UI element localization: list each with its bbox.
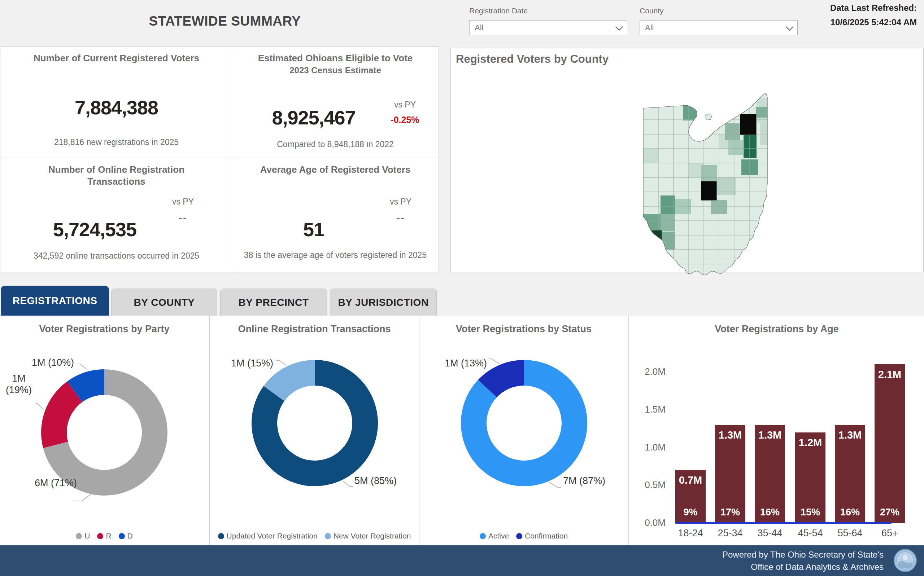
kpi-registered-voters: Number of Current Registered Voters 7,88… xyxy=(1,46,232,158)
legend-label: Updated Voter Registration xyxy=(227,532,318,540)
x-axis-category: 35-44 xyxy=(748,528,791,539)
donut-data-label: 1M (19%) xyxy=(3,373,34,396)
tab-by-county[interactable]: BY COUNTY xyxy=(111,288,217,315)
legend-dot-icon xyxy=(119,533,125,539)
donut-data-label: 7M (87%) xyxy=(563,475,624,486)
dashboard-root: STATEWIDE SUMMARY Registration Date All … xyxy=(0,0,924,576)
filter-label: County xyxy=(640,6,798,15)
ohio-state-seal-icon xyxy=(893,548,918,573)
age-bar-25-34[interactable]: 1.3M17% xyxy=(715,425,745,523)
footer-credit: Powered by The Ohio Secretary of State's… xyxy=(722,549,884,573)
panel-divider xyxy=(209,315,210,546)
tab-by-precinct[interactable]: BY PRECINCT xyxy=(220,288,327,315)
bar-value-label: 1.2M xyxy=(795,437,826,449)
y-axis-tick: 1.0M xyxy=(632,442,666,453)
bar-percent-label: 17% xyxy=(715,507,745,518)
age-bar-35-44[interactable]: 1.3M16% xyxy=(755,425,785,523)
kpi-subtext: Compared to 8,948,188 in 2022 xyxy=(232,139,438,149)
legend-dot-icon xyxy=(325,533,331,539)
kpi-title: Estimated Ohioans Eligible to Vote xyxy=(232,52,438,64)
kpi-eligible-voters: Estimated Ohioans Eligible to Vote 2023 … xyxy=(232,46,438,158)
chart-online-transactions: Online Registration Transactions 5M (85%… xyxy=(211,315,418,546)
bar-value-label: 0.7M xyxy=(675,474,706,486)
bar-value-label: 1.3M xyxy=(835,429,865,441)
age-bar-45-54[interactable]: 1.2M15% xyxy=(795,432,826,523)
legend-item[interactable]: Confirmation xyxy=(516,532,568,540)
tab-registrations[interactable]: REGISTRATIONS xyxy=(1,286,109,315)
footer-line1: Powered by The Ohio Secretary of State's xyxy=(722,549,884,561)
age-bar-65+[interactable]: 2.1M27% xyxy=(874,364,905,523)
bar-percent-label: 9% xyxy=(675,507,706,518)
donut-data-label: 6M (71%) xyxy=(35,477,96,489)
legend-label: D xyxy=(127,532,133,540)
kpi-vs-py: vs PY -- xyxy=(163,197,203,224)
county-region[interactable] xyxy=(642,230,662,247)
legend-dot-icon xyxy=(76,533,82,539)
donut-data-label: 1M (15%) xyxy=(231,357,289,369)
kpi-value: 7,884,388 xyxy=(1,96,232,118)
chart-title: Voter Registrations by Age xyxy=(629,323,924,335)
donut-data-label: 5M (85%) xyxy=(355,475,416,486)
age-bar-55-64[interactable]: 1.3M16% xyxy=(835,425,865,523)
kpi-vs-py: vs PY -- xyxy=(381,197,420,224)
legend-item[interactable]: D xyxy=(119,532,133,540)
chart-title: Online Registration Transactions xyxy=(211,323,418,335)
legend-dot-icon xyxy=(218,533,224,539)
y-axis-tick: 0.5M xyxy=(632,479,666,491)
bar-value-label: 1.3M xyxy=(755,429,785,441)
refresh-label: Data Last Refreshed: xyxy=(830,3,917,13)
donut-data-label: 1M (13%) xyxy=(445,357,502,369)
chart-age: Voter Registrations by Age 0.0M0.5M1.0M1… xyxy=(629,315,924,546)
chart-title: Voter Registrations by Party xyxy=(0,323,209,335)
legend-label: U xyxy=(85,532,90,540)
dropdown-value: All xyxy=(645,23,654,32)
registration-date-dropdown[interactable]: All xyxy=(469,20,627,35)
legend-item[interactable]: R xyxy=(97,532,111,540)
age-bar-18-24[interactable]: 0.7M9% xyxy=(675,470,706,523)
donut-data-label: 1M (10%) xyxy=(32,357,90,368)
legend-dot-icon xyxy=(97,533,103,539)
vs-py-value: -- xyxy=(163,212,203,224)
y-axis-tick: 2.0M xyxy=(632,366,666,377)
legend-item[interactable]: New Voter Registration xyxy=(325,532,411,540)
kpi-value: 5,724,535 xyxy=(1,218,188,240)
x-axis-category: 45-54 xyxy=(789,528,832,539)
footer-line2: Office of Data Analytics & Archives xyxy=(722,561,884,573)
kpi-vs-py: vs PY -0.25% xyxy=(385,100,425,125)
tab-by-jurisdiction[interactable]: BY JURISDICTION xyxy=(330,288,437,315)
legend-label: Confirmation xyxy=(525,532,568,540)
y-axis-tick: 0.0M xyxy=(632,517,666,528)
county-region[interactable] xyxy=(740,114,757,135)
legend-item[interactable]: Active xyxy=(480,532,509,540)
bar-percent-label: 15% xyxy=(795,507,826,518)
legend-item[interactable]: Updated Voter Registration xyxy=(218,532,318,540)
vs-py-label: vs PY xyxy=(385,100,425,110)
kpi-title: Number of Current Registered Voters xyxy=(1,52,232,64)
county-dropdown[interactable]: All xyxy=(640,20,798,35)
filter-county: County All xyxy=(640,6,798,35)
label-leader-line xyxy=(343,481,353,486)
page-title: STATEWIDE SUMMARY xyxy=(94,14,356,29)
axis-baseline xyxy=(675,522,892,524)
legend-item[interactable]: U xyxy=(76,532,90,540)
y-axis-tick: 1.5M xyxy=(632,404,666,415)
map-panel: Registered Voters by County xyxy=(451,48,924,272)
chart-party: Voter Registrations by Party 6M (71%)1M … xyxy=(0,315,209,546)
vs-py-label: vs PY xyxy=(381,197,420,207)
kpi-subtext: 218,816 new registrations in 2025 xyxy=(1,138,232,147)
county-region[interactable] xyxy=(701,181,717,200)
chart-title: Voter Registrations by Status xyxy=(420,323,627,335)
label-leader-line xyxy=(73,494,91,501)
vs-py-label: vs PY xyxy=(163,197,203,207)
x-axis-category: 65+ xyxy=(868,528,911,539)
ohio-county-map[interactable] xyxy=(633,77,778,278)
legend-label: Active xyxy=(488,532,509,540)
bar-percent-label: 16% xyxy=(835,507,865,518)
filter-registration-date: Registration Date All xyxy=(469,6,627,35)
legend-label: New Voter Registration xyxy=(334,532,411,540)
lake-erie-island xyxy=(705,114,712,120)
kpi-online-transactions: Number of Online Registration Transactio… xyxy=(1,158,232,272)
x-axis-category: 25-34 xyxy=(709,528,752,539)
dropdown-value: All xyxy=(475,23,483,32)
bar-percent-label: 27% xyxy=(874,507,905,518)
